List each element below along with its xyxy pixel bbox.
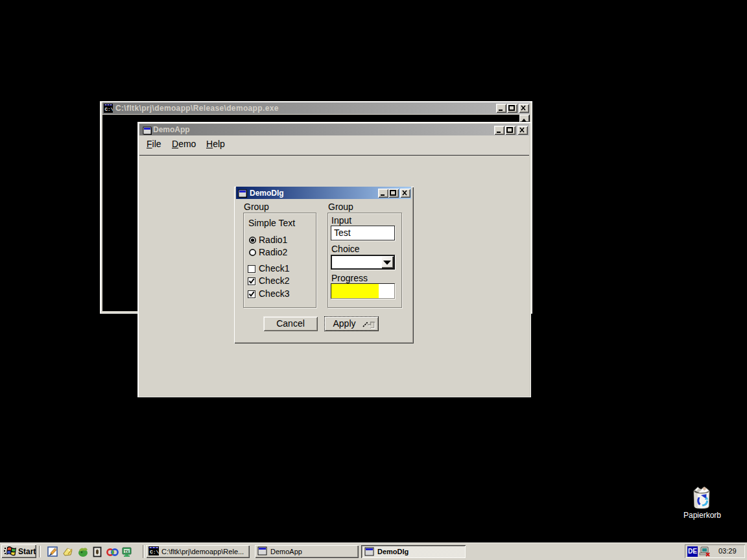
svg-text:C:\: C:\: [105, 107, 113, 112]
svg-text:TX: TX: [124, 550, 129, 554]
svg-text:C:\: C:\: [150, 549, 159, 555]
